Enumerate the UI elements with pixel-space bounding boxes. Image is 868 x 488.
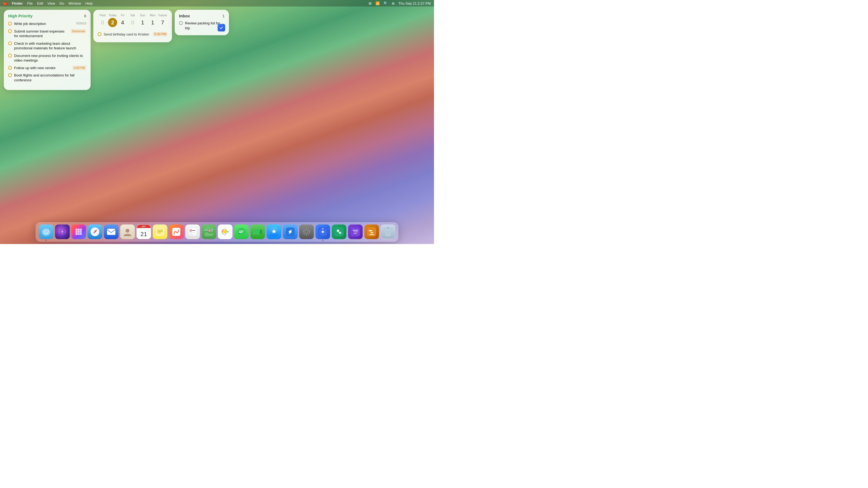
svg-rect-38 <box>192 234 195 235</box>
svg-point-71 <box>322 231 324 233</box>
menubar-edit[interactable]: Edit <box>37 1 43 5</box>
dock-item-mail[interactable] <box>104 225 119 239</box>
task-circle-icon <box>8 73 12 77</box>
cal-day-fri[interactable]: Fri 4 <box>118 13 128 27</box>
svg-point-9 <box>62 231 63 233</box>
svg-marker-55 <box>260 229 262 234</box>
menubar: 🍎 Finder File Edit View Go Window Help ⊞… <box>0 0 434 6</box>
dock-item-omnifocus[interactable] <box>315 225 330 239</box>
task-circle-icon <box>8 22 12 26</box>
task-item[interactable]: Submit summer travel expenses for reimbu… <box>8 29 86 38</box>
svg-rect-47 <box>222 229 224 231</box>
menubar-right: ⊞ 📶 🔍 ⊕ Thu Sep 21 2:27 PM <box>369 1 431 5</box>
dock-item-testflight[interactable] <box>283 225 298 239</box>
task-item[interactable]: Book flights and accomodations for fall … <box>8 73 86 83</box>
svg-rect-63 <box>308 231 311 232</box>
dock-item-safari[interactable] <box>88 225 102 239</box>
inbox-count: 1 <box>222 13 225 18</box>
svg-rect-67 <box>308 233 310 235</box>
inbox-task-circle-icon <box>179 21 183 25</box>
menubar-control-center-icon[interactable]: ⊕ <box>392 1 395 5</box>
menubar-datetime[interactable]: Thu Sep 21 2:27 PM <box>399 1 431 5</box>
svg-rect-87 <box>387 227 389 229</box>
dock-item-siri[interactable] <box>55 225 70 239</box>
task-date: 9/26/23 <box>76 22 86 26</box>
dock-item-maps[interactable] <box>202 225 216 239</box>
svg-point-72 <box>322 228 323 229</box>
apple-menu[interactable]: 🍎 <box>3 1 8 5</box>
svg-rect-82 <box>369 230 372 231</box>
menubar-view[interactable]: View <box>48 1 55 5</box>
svg-rect-78 <box>352 230 358 231</box>
task-circle-icon <box>8 41 12 45</box>
menubar-wifi-icon[interactable]: 📶 <box>375 1 380 5</box>
svg-rect-36 <box>192 232 195 233</box>
dock-item-calendar[interactable]: SEP 21 <box>136 225 151 239</box>
task-circle-icon <box>8 66 12 70</box>
menubar-help[interactable]: Help <box>86 1 93 5</box>
svg-point-26 <box>126 229 129 233</box>
cal-day-name: Future <box>158 13 167 17</box>
cal-event-circle-icon <box>98 32 101 36</box>
cal-day-past[interactable]: Past 0 <box>98 13 108 27</box>
cal-day-sun[interactable]: Sun 1 <box>137 13 148 27</box>
cal-day-today[interactable]: Today 2 <box>108 13 118 27</box>
cal-day-sat[interactable]: Sat 0 <box>128 13 138 27</box>
task-text: Book flights and accomodations for fall … <box>14 73 86 83</box>
cal-event-text: Send birthday card to Kristen <box>104 32 151 36</box>
task-badge: Tomorrow <box>70 29 86 34</box>
svg-point-14 <box>78 231 80 233</box>
task-circle-icon <box>8 29 12 33</box>
cal-day-future[interactable]: Future 7 <box>158 13 167 27</box>
menubar-window[interactable]: Window <box>68 1 81 5</box>
dock-item-messages[interactable] <box>234 225 249 239</box>
task-item[interactable]: Check in with marketing team about promo… <box>8 41 86 51</box>
dock-item-reminders[interactable] <box>185 225 200 239</box>
svg-rect-34 <box>192 230 195 231</box>
dock-item-omniplan[interactable] <box>364 225 379 239</box>
cal-day-number: 1 <box>138 18 147 27</box>
menubar-search-icon[interactable]: 🔍 <box>383 1 388 5</box>
dock-item-finder[interactable] <box>39 225 54 239</box>
dock-item-appstore[interactable] <box>267 225 281 239</box>
task-time-badge: 5:00 PM <box>72 66 86 70</box>
cal-event-time: 5:00 PM <box>153 32 167 36</box>
omnifocus-app-icon[interactable] <box>218 24 225 31</box>
svg-rect-83 <box>371 232 373 233</box>
svg-rect-79 <box>354 231 358 232</box>
dock-item-omnioutliner[interactable] <box>348 225 363 239</box>
svg-rect-60 <box>306 228 307 230</box>
svg-point-5 <box>44 231 45 232</box>
menubar-file[interactable]: File <box>27 1 33 5</box>
widget-high-priority-title: High Priority <box>8 13 33 18</box>
menubar-app-name[interactable]: Finder <box>12 1 23 5</box>
menubar-go[interactable]: Go <box>59 1 64 5</box>
task-text: Check in with marketing team about promo… <box>14 41 86 51</box>
dock-item-contacts[interactable] <box>120 225 135 239</box>
dock-item-systemprefs[interactable] <box>299 225 314 239</box>
calendar-event[interactable]: Send birthday card to Kristen 5:00 PM <box>98 31 167 37</box>
dock-item-freeform[interactable] <box>169 225 184 239</box>
dock-item-launchpad[interactable] <box>71 225 86 239</box>
svg-point-13 <box>75 231 78 233</box>
svg-rect-74 <box>337 230 339 232</box>
svg-rect-66 <box>303 233 305 235</box>
svg-rect-80 <box>354 233 357 234</box>
cal-day-name: Today <box>109 13 117 17</box>
dock-item-photos[interactable] <box>218 225 232 239</box>
task-item[interactable]: Follow up with new vendor 5:00 PM <box>8 66 86 70</box>
inbox-title: Inbox <box>179 13 190 18</box>
dock-item-facetime[interactable] <box>250 225 265 239</box>
task-item[interactable]: Document new process for inviting client… <box>8 54 86 63</box>
task-item[interactable]: Write job description 9/26/23 <box>8 22 86 26</box>
task-text: Follow up with new vendor <box>14 66 70 70</box>
widget-inbox: Inbox 1 Review packing list for trip <box>175 10 229 35</box>
svg-point-59 <box>306 231 307 233</box>
dock-item-omnigraffle[interactable] <box>332 225 346 239</box>
svg-point-51 <box>237 228 246 235</box>
task-text: Write job description <box>14 22 74 26</box>
cal-day-mon[interactable]: Mon 1 <box>148 13 158 27</box>
dock-item-notes[interactable] <box>153 225 167 239</box>
dock-item-trash[interactable] <box>380 225 395 239</box>
svg-point-16 <box>75 233 78 235</box>
